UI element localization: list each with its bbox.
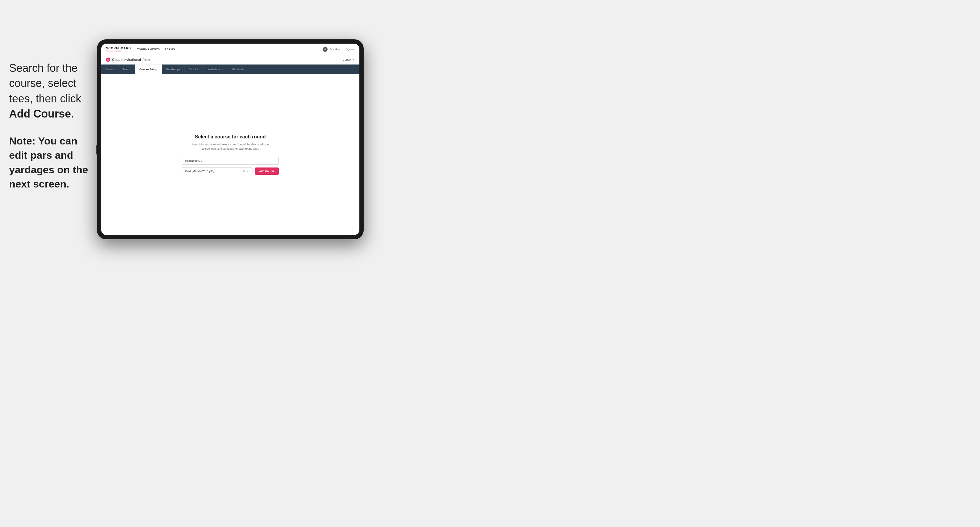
tab-tee-groups[interactable]: Tee Groups <box>162 65 185 74</box>
tournament-name: C Clippd Invitational (Men) <box>106 57 150 62</box>
nav-tournaments[interactable]: TOURNAMENTS <box>137 48 160 51</box>
tab-details[interactable]: Details <box>101 65 118 74</box>
tournament-header: C Clippd Invitational (Men) Cancel ✕ <box>101 55 360 65</box>
logo-title: SCOREBOARD <box>106 47 131 50</box>
tab-course-setup[interactable]: Course Setup <box>135 65 162 74</box>
tournament-title: Clippd Invitational <box>112 58 141 62</box>
nav-links: TOURNAMENTS TEAMS <box>137 48 323 51</box>
course-card: Select a course for each round Search fo… <box>182 134 279 175</box>
top-nav-right: U Test User | Sign out <box>323 47 355 52</box>
tab-teams[interactable]: Teams <box>118 65 135 74</box>
course-search-input[interactable] <box>182 157 279 165</box>
logo-sub: Powered by clippd <box>106 50 131 52</box>
logo-area: SCOREBOARD Powered by clippd <box>106 47 131 52</box>
tab-printables[interactable]: Printables <box>228 65 249 74</box>
tee-select[interactable]: Gold (M) (M) (7010 yds) ✕ ⌄ <box>182 167 253 175</box>
tablet-device: SCOREBOARD Powered by clippd TOURNAMENTS… <box>97 40 364 239</box>
instruction-emphasis: Add Course <box>9 108 71 120</box>
top-nav: SCOREBOARD Powered by clippd TOURNAMENTS… <box>101 44 360 55</box>
tab-results[interactable]: Results <box>185 65 202 74</box>
tee-chevron-icon[interactable]: ⌄ <box>247 170 249 173</box>
user-name: Test User <box>330 48 340 51</box>
tablet-side-button <box>96 145 97 154</box>
instruction-text: Search for the course, select tees, then… <box>9 60 97 122</box>
instruction-note: Note: You can edit pars and yardages on … <box>9 134 97 191</box>
tournament-badge: (Men) <box>143 58 150 61</box>
separator: | <box>343 48 343 51</box>
tee-clear-icon[interactable]: ✕ <box>243 170 245 173</box>
tournament-icon: C <box>106 57 110 62</box>
cancel-button[interactable]: Cancel ✕ <box>343 58 355 61</box>
sign-out-link[interactable]: Sign out <box>346 48 355 51</box>
main-content: Select a course for each round Search fo… <box>101 74 360 235</box>
tab-leaderboards[interactable]: Leaderboards <box>202 65 228 74</box>
tablet-screen: SCOREBOARD Powered by clippd TOURNAMENTS… <box>101 44 360 235</box>
tab-bar: Details Teams Course Setup Tee Groups Re… <box>101 65 360 74</box>
instruction-panel: Search for the course, select tees, then… <box>9 60 97 191</box>
tee-value: Gold (M) (M) (7010 yds) <box>185 170 214 173</box>
course-setup-title: Select a course for each round <box>182 134 279 140</box>
tee-select-controls: ✕ ⌄ <box>243 170 249 173</box>
user-avatar: U <box>323 47 328 52</box>
course-setup-description: Search for a course and select a tee. Yo… <box>182 143 279 151</box>
add-course-button[interactable]: Add Course <box>255 167 279 175</box>
tee-selector-row: Gold (M) (M) (7010 yds) ✕ ⌄ Add Course <box>182 167 279 175</box>
nav-teams[interactable]: TEAMS <box>165 48 175 51</box>
